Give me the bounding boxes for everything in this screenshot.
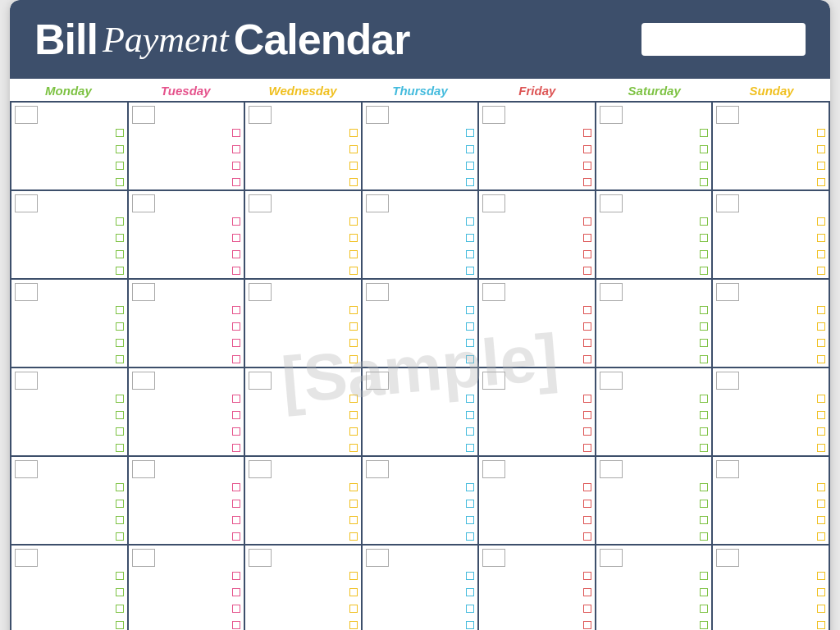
checkbox[interactable] [232,250,240,258]
checkbox[interactable] [817,621,825,629]
checkbox[interactable] [466,322,474,331]
checkbox[interactable] [349,588,358,596]
checkbox[interactable] [466,355,474,363]
checkbox[interactable] [466,411,474,419]
checkbox[interactable] [700,162,708,170]
checkbox[interactable] [232,129,240,137]
checkbox[interactable] [817,572,825,580]
checkbox[interactable] [583,572,591,580]
checkbox[interactable] [349,234,358,242]
checkbox[interactable] [583,234,591,242]
checkbox[interactable] [583,605,591,613]
checkbox[interactable] [700,306,708,314]
checkbox[interactable] [817,250,825,258]
checkbox[interactable] [349,306,358,314]
checkbox[interactable] [232,572,240,580]
checkbox[interactable] [349,605,358,613]
checkbox[interactable] [232,178,240,186]
checkbox[interactable] [583,516,591,524]
checkbox[interactable] [700,145,708,153]
checkbox[interactable] [583,250,591,258]
checkbox[interactable] [700,355,708,363]
checkbox[interactable] [349,427,358,436]
checkbox[interactable] [583,395,591,403]
checkbox[interactable] [700,483,708,491]
checkbox[interactable] [232,234,240,242]
checkbox[interactable] [116,572,124,580]
checkbox[interactable] [700,500,708,508]
checkbox[interactable] [466,250,474,258]
checkbox[interactable] [116,444,124,452]
checkbox[interactable] [349,145,358,153]
checkbox[interactable] [116,532,124,541]
checkbox[interactable] [583,500,591,508]
checkbox[interactable] [349,411,358,419]
checkbox[interactable] [700,395,708,403]
checkbox[interactable] [817,532,825,541]
checkbox[interactable] [583,427,591,436]
checkbox[interactable] [466,500,474,508]
checkbox[interactable] [232,427,240,436]
checkbox[interactable] [700,588,708,596]
checkbox[interactable] [466,516,474,524]
checkbox[interactable] [583,178,591,186]
checkbox[interactable] [466,605,474,613]
checkbox[interactable] [466,532,474,541]
checkbox[interactable] [583,339,591,347]
checkbox[interactable] [232,621,240,629]
checkbox[interactable] [817,234,825,242]
checkbox[interactable] [466,129,474,137]
checkbox[interactable] [116,322,124,331]
checkbox[interactable] [700,178,708,186]
checkbox[interactable] [817,444,825,452]
checkbox[interactable] [700,605,708,613]
checkbox[interactable] [349,250,358,258]
checkbox[interactable] [466,162,474,170]
checkbox[interactable] [349,572,358,580]
checkbox[interactable] [466,483,474,491]
checkbox[interactable] [817,322,825,331]
checkbox[interactable] [583,322,591,331]
checkbox[interactable] [232,322,240,331]
checkbox[interactable] [817,355,825,363]
checkbox[interactable] [817,588,825,596]
checkbox[interactable] [349,355,358,363]
checkbox[interactable] [232,395,240,403]
checkbox[interactable] [116,605,124,613]
checkbox[interactable] [700,516,708,524]
checkbox[interactable] [466,267,474,275]
checkbox[interactable] [466,588,474,596]
checkbox[interactable] [232,411,240,419]
checkbox[interactable] [349,444,358,452]
checkbox[interactable] [116,217,124,226]
checkbox[interactable] [116,621,124,629]
checkbox[interactable] [700,444,708,452]
checkbox[interactable] [466,621,474,629]
checkbox[interactable] [116,306,124,314]
checkbox[interactable] [116,339,124,347]
checkbox[interactable] [349,395,358,403]
checkbox[interactable] [466,572,474,580]
checkbox[interactable] [349,162,358,170]
checkbox[interactable] [583,162,591,170]
checkbox[interactable] [232,217,240,226]
checkbox[interactable] [466,339,474,347]
checkbox[interactable] [583,267,591,275]
checkbox[interactable] [232,355,240,363]
checkbox[interactable] [349,500,358,508]
checkbox[interactable] [116,178,124,186]
checkbox[interactable] [116,500,124,508]
checkbox[interactable] [349,129,358,137]
checkbox[interactable] [232,444,240,452]
checkbox[interactable] [116,483,124,491]
checkbox[interactable] [817,267,825,275]
checkbox[interactable] [817,411,825,419]
checkbox[interactable] [583,355,591,363]
checkbox[interactable] [583,532,591,541]
checkbox[interactable] [349,483,358,491]
checkbox[interactable] [817,145,825,153]
checkbox[interactable] [349,516,358,524]
checkbox[interactable] [232,532,240,541]
checkbox[interactable] [349,322,358,331]
checkbox[interactable] [700,129,708,137]
